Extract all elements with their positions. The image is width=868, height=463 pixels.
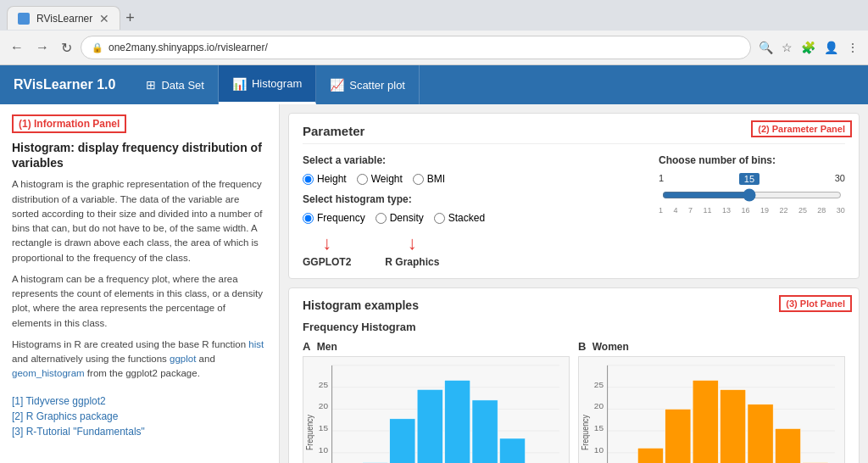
new-tab-button[interactable]: + <box>120 9 140 27</box>
svg-text:10: 10 <box>319 445 328 454</box>
active-tab: RVisLearner ✕ <box>7 6 120 30</box>
tab-bar: RVisLearner ✕ + <box>0 0 868 31</box>
info-heading: Histogram: display frequency distributio… <box>12 140 267 170</box>
radio-density[interactable]: Density <box>376 212 424 224</box>
svg-text:25: 25 <box>319 380 328 388</box>
rgraphics-item[interactable]: ↓ R Graphics <box>385 234 439 268</box>
tab-dataset-label: Data Set <box>161 79 204 92</box>
svg-rect-48 <box>665 410 691 463</box>
variable-label: Select a variable: <box>303 154 625 166</box>
svg-text:Frequency: Frequency <box>581 415 591 450</box>
svg-text:15: 15 <box>594 424 604 432</box>
tab-dataset[interactable]: ⊞ Data Set <box>132 65 219 104</box>
info-para1: A histogram is the graphic representatio… <box>12 177 267 265</box>
parameter-panel: Parameter (2) Parameter Panel Select a v… <box>288 113 860 279</box>
svg-text:15: 15 <box>319 424 328 432</box>
search-icon[interactable]: 🔍 <box>756 38 776 57</box>
slider-end-values: 1 15 30 <box>659 173 845 185</box>
ggplot2-label: GGPLOT2 <box>303 256 351 268</box>
ggplot2-arrow: ↓ <box>322 234 331 253</box>
examples-panel: Histogram examples (3) Plot Panel Freque… <box>288 287 860 463</box>
svg-rect-49 <box>693 381 718 463</box>
scatterplot-icon: 📈 <box>330 78 344 92</box>
svg-text:20: 20 <box>319 402 328 410</box>
tab-scatterplot-label: Scatter plot <box>349 79 405 92</box>
link3[interactable]: [3] R-Tutorial "Fundamentals" <box>12 426 267 438</box>
ggplot2-item[interactable]: ↓ GGPLOT2 <box>303 234 351 268</box>
plot-a-letter: A <box>303 340 310 353</box>
chart-a: 0 5 10 15 20 25 <box>303 356 570 463</box>
chart-b-svg: 0 5 10 15 20 25 <box>579 357 844 463</box>
tab-scatterplot[interactable]: 📈 Scatter plot <box>316 65 420 104</box>
plot-a-wrapper: A Men <box>303 340 570 463</box>
ggplot-link[interactable]: ggplot <box>170 354 196 364</box>
histogram-type-section: Select histogram type: Frequency Density <box>303 193 625 224</box>
parameter-panel-label: (2) Parameter Panel <box>751 120 852 137</box>
svg-rect-16 <box>390 419 415 463</box>
links-section: [1] Tidyverse ggplot2 [2] R Graphics pac… <box>12 395 267 438</box>
svg-rect-51 <box>748 404 773 463</box>
tab-close-button[interactable]: ✕ <box>99 12 109 25</box>
radio-weight-input[interactable] <box>357 174 368 185</box>
dataset-icon: ⊞ <box>146 78 156 92</box>
radio-density-input[interactable] <box>376 213 387 224</box>
browser-icons: 🔍 ☆ 🧩 👤 ⋮ <box>756 38 861 57</box>
radio-frequency[interactable]: Frequency <box>303 212 365 224</box>
type-radio-group: Frequency Density Stacked <box>303 212 625 224</box>
info-para2: A histogram can be a frequency plot, whe… <box>12 272 267 331</box>
radio-stacked-label: Stacked <box>448 212 485 224</box>
back-button[interactable]: ← <box>7 38 27 57</box>
url-bar[interactable]: 🔒 one2many.shinyapps.io/rvislearner/ <box>81 36 751 59</box>
bins-slider[interactable] <box>662 188 842 202</box>
radio-bmi-label: BMI <box>427 173 445 185</box>
radio-weight[interactable]: Weight <box>357 173 403 185</box>
tab-favicon <box>18 13 30 25</box>
bookmark-icon[interactable]: ☆ <box>779 38 795 57</box>
histogram-type-label: Select histogram type: <box>303 193 625 205</box>
examples-title: Histogram examples <box>303 298 845 312</box>
plot-b-label: Women <box>593 341 629 353</box>
svg-rect-19 <box>472 400 498 463</box>
link1[interactable]: [1] Tidyverse ggplot2 <box>12 395 267 407</box>
svg-rect-47 <box>637 448 663 463</box>
radio-frequency-input[interactable] <box>303 213 314 224</box>
plot-a-label: Men <box>317 341 337 353</box>
chart-b: 0 5 10 15 20 25 <box>578 356 845 463</box>
slider-container[interactable] <box>659 188 845 204</box>
app-title: RVisLearner 1.0 <box>14 77 115 92</box>
profile-icon[interactable]: 👤 <box>821 38 841 57</box>
hist-link[interactable]: hist <box>248 339 264 349</box>
graphics-section: ↓ GGPLOT2 ↓ R Graphics <box>303 234 625 268</box>
radio-bmi-input[interactable] <box>413 174 424 185</box>
lock-icon: 🔒 <box>92 42 103 53</box>
radio-stacked-input[interactable] <box>434 213 445 224</box>
tab-histogram[interactable]: 📊 Histogram <box>219 65 316 104</box>
radio-stacked[interactable]: Stacked <box>434 212 485 224</box>
radio-height[interactable]: Height <box>303 173 347 185</box>
plot-b-wrapper: B Women <box>578 340 845 463</box>
reload-button[interactable]: ↻ <box>58 38 75 58</box>
radio-height-input[interactable] <box>303 174 314 185</box>
svg-rect-18 <box>445 381 470 463</box>
nav-tabs: ⊞ Data Set 📊 Histogram 📈 Scatter plot <box>132 65 420 104</box>
info-panel-label: (1) Information Panel <box>12 114 126 133</box>
geom-histogram-link[interactable]: geom_histogram <box>12 368 85 378</box>
svg-text:20: 20 <box>594 402 604 410</box>
radio-height-label: Height <box>317 173 347 185</box>
svg-text:25: 25 <box>594 380 604 388</box>
svg-rect-20 <box>499 438 525 463</box>
link2[interactable]: [2] R Graphics package <box>12 410 267 422</box>
slider-min-value: 1 <box>659 173 664 185</box>
address-bar: ← → ↻ 🔒 one2many.shinyapps.io/rvislearne… <box>0 31 868 64</box>
tab-histogram-label: Histogram <box>252 77 302 90</box>
tab-title: RVisLearner <box>36 13 92 25</box>
svg-rect-50 <box>721 390 746 463</box>
radio-bmi[interactable]: BMI <box>413 173 445 185</box>
histogram-icon: 📊 <box>232 77 247 91</box>
info-para3: Histograms in R are created using the ba… <box>12 337 267 382</box>
svg-rect-17 <box>417 389 442 463</box>
plot-a-sublabel: A Men <box>303 340 570 353</box>
extensions-icon[interactable]: 🧩 <box>798 38 818 57</box>
menu-icon[interactable]: ⋮ <box>844 38 861 57</box>
forward-button[interactable]: → <box>32 38 53 57</box>
